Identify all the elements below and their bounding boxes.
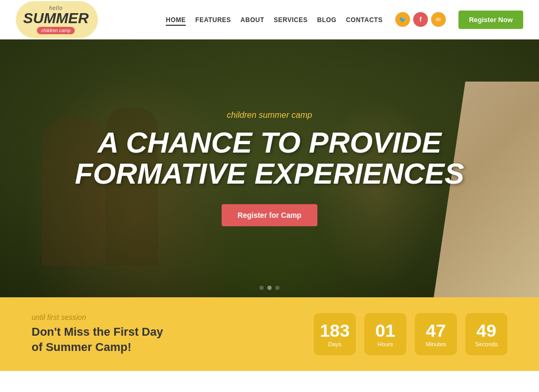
countdown-minutes-box: 47 Minutes	[415, 313, 457, 355]
countdown-boxes: 183 Days 01 Hours 47 Minutes 49 Seconds	[314, 313, 507, 355]
countdown-hours-value: 01	[375, 321, 395, 339]
welcome-section: welcome to our HELLO SUMMER CAMP	[0, 371, 539, 392]
nav-link-contacts[interactable]: CONTACTS	[346, 16, 383, 24]
nav-link-about[interactable]: ABOUT	[241, 16, 264, 24]
nav-link-features[interactable]: FEATURES	[195, 16, 231, 24]
nav-item-services[interactable]: SERVICES	[274, 15, 307, 24]
email-icon: ✉	[436, 16, 441, 23]
email-button[interactable]: ✉	[431, 12, 446, 27]
register-now-button[interactable]: Register Now	[458, 11, 523, 29]
countdown-heading-line1: Don't Miss the First Day	[32, 325, 163, 338]
nav-link-blog[interactable]: BLOG	[317, 16, 336, 24]
countdown-until-label: until first session	[32, 313, 314, 321]
hero-cta-button[interactable]: Register for Camp	[222, 204, 317, 226]
hero-title-line2: FORMATIVE EXPERIENCES	[75, 157, 464, 190]
countdown-minutes-value: 47	[426, 321, 446, 339]
countdown-heading: Don't Miss the First Day of Summer Camp!	[32, 325, 314, 355]
hero-title-line1: A CHANCE TO PROVIDE	[97, 126, 441, 159]
nav-item-about[interactable]: ABOUT	[241, 15, 264, 24]
facebook-icon: f	[420, 16, 422, 23]
header: hello SUMMER children camp HOME FEATURES…	[0, 0, 539, 39]
nav-item-contacts[interactable]: CONTACTS	[346, 15, 383, 24]
hero-title: A CHANCE TO PROVIDE FORMATIVE EXPERIENCE…	[75, 127, 464, 189]
hero-content: children summer camp A CHANCE TO PROVIDE…	[0, 39, 539, 297]
nav-item-features[interactable]: FEATURES	[195, 15, 231, 24]
nav-item-home[interactable]: HOME	[166, 15, 186, 24]
twitter-icon: 🐦	[399, 16, 406, 23]
hero-section: children summer camp A CHANCE TO PROVIDE…	[0, 39, 539, 297]
countdown-hours-box: 01 Hours	[364, 313, 406, 355]
countdown-days-value: 183	[320, 321, 350, 339]
countdown-seconds-value: 49	[476, 321, 496, 339]
countdown-section: until first session Don't Miss the First…	[0, 297, 539, 371]
countdown-hours-label: Hours	[377, 341, 393, 347]
nav-links: HOME FEATURES ABOUT SERVICES BLOG CONTAC…	[166, 15, 383, 24]
logo: hello SUMMER children camp	[16, 1, 98, 38]
countdown-heading-line2: of Summer Camp!	[32, 340, 131, 354]
hero-subtitle: children summer camp	[227, 110, 312, 120]
nav-link-services[interactable]: SERVICES	[274, 16, 307, 24]
countdown-days-box: 183 Days	[314, 313, 356, 355]
nav-area: HOME FEATURES ABOUT SERVICES BLOG CONTAC…	[166, 11, 523, 29]
logo-badge: hello SUMMER children camp	[16, 1, 98, 38]
countdown-text: until first session Don't Miss the First…	[32, 313, 314, 355]
countdown-seconds-box: 49 Seconds	[465, 313, 507, 355]
logo-sub-text: children camp	[37, 27, 75, 34]
social-icons: 🐦 f ✉	[395, 12, 446, 27]
twitter-button[interactable]: 🐦	[395, 12, 410, 27]
logo-main-text: SUMMER	[23, 11, 88, 26]
countdown-days-label: Days	[328, 341, 341, 347]
countdown-minutes-label: Minutes	[426, 341, 446, 347]
nav-item-blog[interactable]: BLOG	[317, 15, 336, 24]
nav-link-home[interactable]: HOME	[166, 16, 186, 26]
facebook-button[interactable]: f	[413, 12, 428, 27]
countdown-seconds-label: Seconds	[475, 341, 498, 347]
